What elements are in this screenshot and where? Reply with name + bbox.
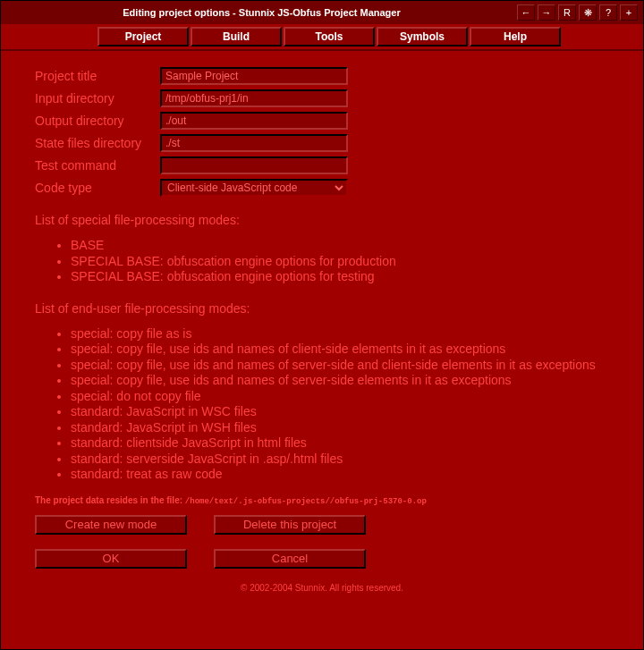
titlebar: Editing project options - Stunnix JS-Obf… bbox=[1, 1, 643, 24]
heading-enduser-modes: List of end-user file-processing modes: bbox=[35, 301, 609, 316]
file-path-row: The project data resides in the file: /h… bbox=[35, 495, 609, 506]
content: Project title Input directory Output dir… bbox=[1, 51, 643, 600]
menubar-spacer bbox=[1, 27, 97, 46]
list-item: special: copy file, use ids and names of… bbox=[71, 342, 609, 358]
create-mode-button[interactable]: Create new mode bbox=[35, 515, 187, 535]
list-item: standard: treat as raw code bbox=[71, 467, 609, 483]
menu-symbols[interactable]: Symbols bbox=[377, 27, 468, 46]
list-item: SPECIAL BASE: obfuscation engine options… bbox=[71, 254, 609, 270]
menu-help[interactable]: Help bbox=[470, 27, 561, 46]
list-item: standard: JavaScript in WSH files bbox=[71, 420, 609, 436]
titlebar-buttons: ← → R ❋ ? + bbox=[517, 4, 638, 21]
row-state-dir: State files directory bbox=[35, 134, 609, 152]
list-item: standard: serverside JavaScript in .asp/… bbox=[71, 452, 609, 468]
file-path-value: /home/text/.js-obfus-projects//obfus-prj… bbox=[185, 497, 427, 506]
list-item: special: do not copy file bbox=[71, 389, 609, 405]
cancel-button[interactable]: Cancel bbox=[214, 549, 366, 569]
delete-project-button[interactable]: Delete this project bbox=[214, 515, 366, 535]
label-state-dir: State files directory bbox=[35, 136, 160, 150]
label-project-title: Project title bbox=[35, 69, 160, 83]
label-input-dir: Input directory bbox=[35, 91, 160, 106]
row-project-title: Project title bbox=[35, 67, 609, 85]
file-path-prefix: The project data resides in the file: bbox=[35, 495, 185, 505]
input-state-dir[interactable] bbox=[160, 134, 348, 152]
list-item: SPECIAL BASE: obfuscation engine options… bbox=[71, 269, 609, 285]
list-special-modes: BASE SPECIAL BASE: obfuscation engine op… bbox=[35, 238, 609, 285]
row-code-type: Code type Client-side JavaScript code bbox=[35, 179, 609, 197]
menu-build[interactable]: Build bbox=[191, 27, 282, 46]
forward-icon[interactable]: → bbox=[538, 4, 555, 21]
help-button[interactable]: ? bbox=[599, 4, 617, 21]
list-item: standard: clientside JavaScript in html … bbox=[71, 435, 609, 452]
list-item: special: copy file, use ids and names of… bbox=[71, 358, 609, 374]
list-item: special: copy file as is bbox=[71, 326, 609, 342]
menubar: Project Build Tools Symbols Help bbox=[1, 24, 643, 51]
plus-button[interactable]: + bbox=[620, 4, 638, 21]
input-test-cmd[interactable] bbox=[160, 156, 348, 174]
row-input-dir: Input directory bbox=[35, 89, 609, 107]
gear-icon[interactable]: ❋ bbox=[579, 4, 597, 21]
button-row-1: Create new mode Delete this project bbox=[35, 515, 609, 535]
ok-button[interactable]: OK bbox=[35, 549, 187, 569]
input-output-dir[interactable] bbox=[160, 112, 348, 130]
app-window: Editing project options - Stunnix JS-Obf… bbox=[0, 0, 644, 650]
label-output-dir: Output directory bbox=[35, 114, 160, 128]
menu-project[interactable]: Project bbox=[97, 27, 189, 46]
reload-button[interactable]: R bbox=[558, 4, 576, 21]
button-row-2: OK Cancel bbox=[35, 549, 609, 569]
window-title: Editing project options - Stunnix JS-Obf… bbox=[6, 7, 517, 18]
label-test-cmd: Test command bbox=[35, 158, 160, 173]
list-item: standard: JavaScript in WSC files bbox=[71, 404, 609, 420]
list-item: special: copy file, use ids and names of… bbox=[71, 373, 609, 389]
input-project-title[interactable] bbox=[160, 67, 348, 85]
input-input-dir[interactable] bbox=[160, 89, 348, 107]
label-code-type: Code type bbox=[35, 181, 160, 195]
heading-special-modes: List of special file-processing modes: bbox=[35, 213, 609, 227]
list-enduser-modes: special: copy file as is special: copy f… bbox=[35, 326, 609, 483]
row-output-dir: Output directory bbox=[35, 112, 609, 130]
row-test-cmd: Test command bbox=[35, 156, 609, 174]
select-code-type[interactable]: Client-side JavaScript code bbox=[160, 179, 348, 197]
list-item: BASE bbox=[71, 238, 609, 254]
menu-tools[interactable]: Tools bbox=[284, 27, 375, 46]
footer-text: © 2002-2004 Stunnix. All rights reserved… bbox=[35, 583, 609, 593]
back-icon[interactable]: ← bbox=[517, 4, 535, 21]
